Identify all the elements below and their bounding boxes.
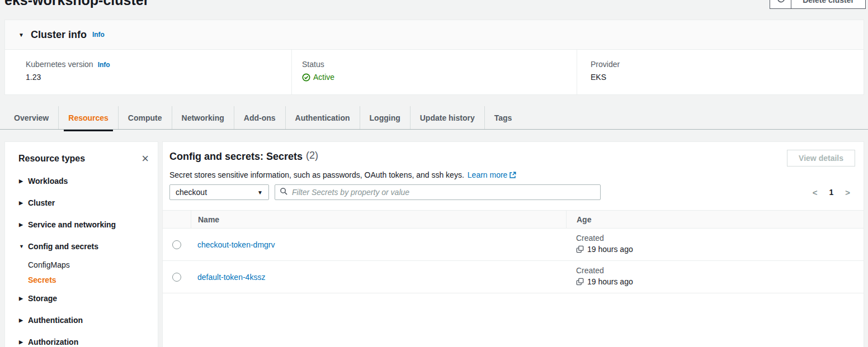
filter-type-dropdown[interactable]: checkout ▼ [169, 184, 269, 200]
tab-tags[interactable]: Tags [484, 106, 522, 129]
collapse-arrow-icon[interactable]: ▼ [18, 32, 24, 38]
provider-value: EKS [591, 73, 864, 82]
tab-authentication[interactable]: Authentication [285, 106, 360, 129]
field-status: Status Active [291, 50, 577, 95]
chevron-right-icon: ▶ [19, 178, 28, 184]
tab-update-history[interactable]: Update history [410, 106, 484, 129]
sidebar-item-label: Secrets [28, 275, 56, 284]
chevron-right-icon: ▶ [19, 296, 28, 301]
status-badge: Active [302, 73, 577, 82]
sidebar-item-authentication[interactable]: ▶ Authentication [5, 309, 158, 331]
cluster-info-info-link[interactable]: Info [92, 31, 105, 39]
pagination: < 1 > [813, 188, 857, 197]
sidebar-item-secrets[interactable]: Secrets [5, 272, 158, 287]
sidebar-item-label: Authentication [28, 316, 83, 325]
external-link-icon [507, 170, 516, 179]
sidebar-item-label: Workloads [28, 177, 68, 186]
cluster-tabs: Overview Resources Compute Networking Ad… [4, 106, 521, 129]
sidebar-item-label: Authorization [28, 338, 78, 346]
page-title: eks-workshop-cluster [4, 0, 149, 8]
chevron-down-icon: ▼ [19, 244, 28, 249]
provider-label: Provider [591, 60, 864, 69]
filter-type-value: checkout [176, 188, 257, 197]
chevron-right-icon: ▶ [19, 200, 28, 206]
tab-resources[interactable]: Resources [58, 106, 118, 129]
search-icon [280, 187, 288, 198]
sidebar-item-label: Storage [28, 294, 57, 303]
tabs-divider [0, 129, 868, 130]
status-value: Active [313, 73, 334, 82]
table-row: default-token-4kssz Created 19 hours ago [163, 261, 864, 293]
kubernetes-version-value: 1.23 [26, 73, 291, 82]
caret-down-icon: ▼ [257, 189, 263, 196]
sidebar-item-workloads[interactable]: ▶ Workloads [5, 170, 158, 192]
age-value: 19 hours ago [587, 277, 633, 286]
table-row: checkout-token-dmgrv Created 19 hours ag… [163, 229, 864, 261]
table-header: Name Age [163, 210, 864, 229]
sidebar-item-cluster[interactable]: ▶ Cluster [5, 192, 158, 213]
field-kubernetes-version: Kubernetes versionInfo 1.23 [5, 50, 291, 95]
secrets-panel: Config and secrets: Secrets (2) View det… [162, 141, 864, 347]
next-page-icon[interactable]: > [845, 188, 850, 197]
panel-count: (2) [306, 150, 318, 161]
search-input[interactable] [292, 188, 596, 197]
cluster-info-header[interactable]: ▼ Cluster info Info [5, 20, 864, 50]
sidebar-item-config-and-secrets[interactable]: ▼ Config and secrets [5, 235, 158, 257]
sidebar-item-label: Cluster [28, 198, 55, 207]
tab-overview[interactable]: Overview [4, 106, 58, 129]
sidebar-item-configmaps[interactable]: ConfigMaps [5, 257, 158, 272]
cluster-info-body: Kubernetes versionInfo 1.23 Status Activ… [5, 50, 864, 95]
tab-compute[interactable]: Compute [118, 106, 172, 129]
view-details-button[interactable]: View details [787, 150, 855, 167]
column-header-age[interactable]: Age [566, 211, 864, 228]
current-page[interactable]: 1 [829, 188, 833, 197]
sidebar-item-storage[interactable]: ▶ Storage [5, 287, 158, 309]
chevron-right-icon: ▶ [19, 317, 28, 323]
age-created-label: Created [576, 266, 864, 275]
sidebar-item-label: Service and networking [28, 220, 116, 229]
field-provider: Provider EKS [577, 50, 864, 95]
radio-button[interactable] [172, 240, 181, 249]
search-box [275, 184, 601, 200]
learn-more-link[interactable]: Learn more [468, 170, 517, 179]
refresh-icon [776, 0, 786, 6]
close-icon[interactable]: × [141, 153, 149, 164]
delete-cluster-button[interactable]: Delete cluster [791, 0, 866, 9]
sidebar-item-label: Config and secrets [28, 242, 98, 251]
resource-types-tree: ▶ Workloads ▶ Cluster ▶ Service and netw… [5, 170, 158, 347]
prev-page-icon[interactable]: < [813, 188, 818, 197]
resource-types-title: Resource types [18, 154, 141, 164]
sidebar-item-service-and-networking[interactable]: ▶ Service and networking [5, 213, 158, 235]
chevron-right-icon: ▶ [19, 222, 28, 227]
cluster-info-card: ▼ Cluster info Info Kubernetes versionIn… [4, 20, 864, 95]
kubernetes-version-label: Kubernetes version [26, 60, 93, 69]
tab-add-ons[interactable]: Add-ons [234, 106, 285, 129]
tab-networking[interactable]: Networking [172, 106, 234, 129]
sidebar-item-label: ConfigMaps [28, 260, 70, 269]
copy-icon[interactable] [576, 278, 584, 286]
chevron-right-icon: ▶ [19, 339, 28, 345]
check-circle-icon [302, 73, 310, 82]
panel-heading: Config and secrets: Secrets [169, 150, 303, 164]
panel-description: Secret stores sensitive information, suc… [169, 170, 464, 179]
tab-logging[interactable]: Logging [360, 106, 410, 129]
kubernetes-version-info-link[interactable]: Info [98, 61, 110, 69]
copy-icon[interactable] [576, 245, 584, 253]
secrets-table: Name Age checkout-token-dmgrv Created 19… [163, 210, 864, 293]
radio-button[interactable] [172, 273, 181, 282]
sidebar-item-authorization[interactable]: ▶ Authorization [5, 331, 158, 347]
secret-link[interactable]: checkout-token-dmgrv [197, 240, 275, 249]
status-label: Status [302, 60, 577, 69]
resource-types-panel: Resource types × ▶ Workloads ▶ Cluster ▶… [4, 141, 158, 347]
column-header-name[interactable]: Name [191, 211, 566, 228]
refresh-button[interactable] [770, 0, 792, 9]
secret-link[interactable]: default-token-4kssz [197, 273, 265, 282]
age-value: 19 hours ago [587, 245, 633, 254]
cluster-info-title: Cluster info [31, 29, 87, 41]
age-created-label: Created [576, 234, 864, 243]
